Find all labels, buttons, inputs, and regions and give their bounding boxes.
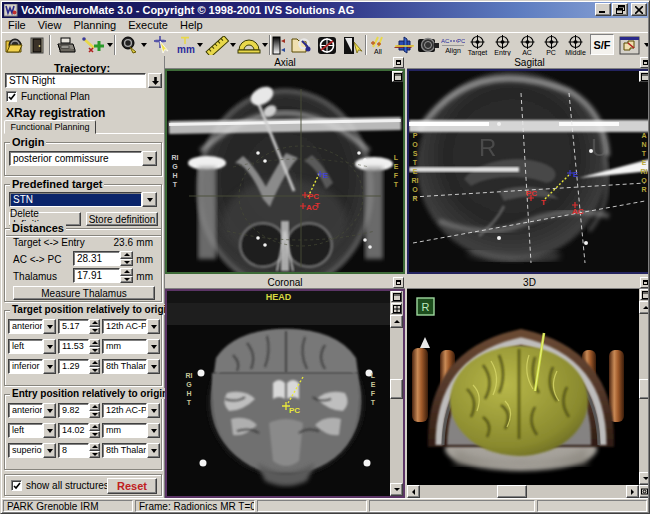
- sagittal-maximize-button[interactable]: [640, 57, 650, 68]
- target-unit-value-2[interactable]: mm: [102, 339, 147, 354]
- entry-value-spinner-1[interactable]: 9.82: [58, 403, 100, 418]
- entry-dir-value-1[interactable]: anterior: [8, 403, 43, 418]
- menu-planning[interactable]: Planning: [67, 19, 122, 31]
- axial-title-bar[interactable]: Axial: [165, 56, 405, 69]
- goto-middle-button[interactable]: Middle: [563, 34, 588, 56]
- tab-functional-planning[interactable]: Functional Planning: [4, 120, 96, 134]
- ruler-dropdown[interactable]: [230, 43, 236, 47]
- sagittal-title-bar[interactable]: Sagital: [407, 56, 650, 69]
- ruler-button[interactable]: [204, 34, 229, 56]
- target-unit-value-1[interactable]: 12th AC-PC: [102, 319, 147, 334]
- target-dir-value-2[interactable]: left: [8, 339, 43, 354]
- minimize-button[interactable]: [595, 3, 611, 16]
- overlay-window-button[interactable]: [618, 34, 642, 56]
- target-unit-combo-1[interactable]: 12th AC-PC: [102, 319, 160, 334]
- all-trajectories-button[interactable]: All: [368, 34, 388, 56]
- combo-button[interactable]: [43, 403, 56, 418]
- entry-dir-combo-3[interactable]: superior: [8, 443, 56, 458]
- menu-help[interactable]: Help: [174, 19, 209, 31]
- coronal-image-area[interactable]: HEAD: [165, 289, 405, 498]
- combo-button[interactable]: [147, 319, 160, 334]
- spin-buttons[interactable]: [89, 423, 100, 438]
- functional-plan-checkbox[interactable]: [6, 91, 17, 102]
- combo-button[interactable]: [43, 359, 56, 374]
- target-value-spinner-2[interactable]: 11.53: [58, 339, 100, 354]
- entry-unit-combo-2[interactable]: mm: [102, 423, 160, 438]
- entry-unit-value-2[interactable]: mm: [102, 423, 147, 438]
- entry-unit-combo-1[interactable]: 12th AC-PC: [102, 403, 160, 418]
- combo-button[interactable]: [147, 359, 160, 374]
- ac-pc-spin-buttons[interactable]: [120, 251, 133, 266]
- goto-pc-button[interactable]: PC: [540, 34, 562, 56]
- trajectory-combo-button[interactable]: [148, 73, 162, 88]
- axial-maximize-button[interactable]: [393, 57, 404, 68]
- exit-button[interactable]: [27, 34, 47, 56]
- coronal-restore-button[interactable]: [391, 291, 402, 302]
- 3d-restore-button[interactable]: [640, 289, 650, 300]
- entry-unit-value-3[interactable]: 8th Thalamus: [102, 443, 147, 458]
- sf-toggle-button[interactable]: S/F: [590, 34, 614, 55]
- target-value-spinner-3[interactable]: 1.29: [58, 359, 100, 374]
- 3d-title-bar[interactable]: 3D: [407, 276, 650, 289]
- entry-dir-value-2[interactable]: left: [8, 423, 43, 438]
- entry-value-1[interactable]: 9.82: [58, 403, 89, 418]
- axial-image-area[interactable]: PC AC T E RIGHT LEFT: [165, 69, 405, 274]
- 3d-hscrollbar[interactable]: [407, 485, 639, 498]
- show-structures-checkbox[interactable]: [11, 480, 22, 491]
- entry-unit-value-1[interactable]: 12th AC-PC: [102, 403, 147, 418]
- predefined-target-value[interactable]: STN: [9, 192, 142, 207]
- goto-ac-button[interactable]: AC: [516, 34, 538, 56]
- menu-file[interactable]: File: [2, 19, 32, 31]
- menu-view[interactable]: View: [32, 19, 68, 31]
- spin-buttons[interactable]: [89, 339, 100, 354]
- entry-dir-combo-1[interactable]: anterior: [8, 403, 56, 418]
- combo-button[interactable]: [147, 339, 160, 354]
- predefined-target-combo[interactable]: STN: [9, 192, 157, 207]
- axial-restore-button[interactable]: [392, 71, 403, 82]
- ac-pc-value[interactable]: 28.31: [73, 251, 120, 266]
- coronal-maximize-button[interactable]: [393, 277, 404, 288]
- coronal-scroll-down[interactable]: [390, 483, 403, 496]
- 3d-vscrollbar[interactable]: [639, 289, 650, 485]
- print-button[interactable]: [55, 34, 77, 56]
- 3d-image-area[interactable]: R: [407, 289, 650, 498]
- mpr-planes-button[interactable]: [393, 34, 415, 56]
- new-trajectory-dropdown[interactable]: [107, 43, 113, 47]
- combo-button[interactable]: [43, 339, 56, 354]
- coronal-scroll-thumb[interactable]: [390, 379, 403, 399]
- image-settings-button[interactable]: [290, 34, 314, 56]
- target-reticle-button[interactable]: [316, 34, 338, 56]
- reset-button[interactable]: Reset: [107, 478, 157, 494]
- target-dir-combo-1[interactable]: anterior: [8, 319, 56, 334]
- entry-dir-combo-2[interactable]: left: [8, 423, 56, 438]
- zoom-dropdown[interactable]: [141, 43, 147, 47]
- sagittal-image-area[interactable]: R U PC T AC E POSTERI: [407, 69, 650, 274]
- 3d-scroll-right[interactable]: [626, 485, 639, 498]
- target-value-2[interactable]: 11.53: [58, 339, 89, 354]
- target-unit-combo-3[interactable]: 8th Thalamus: [102, 359, 160, 374]
- spin-buttons[interactable]: [89, 319, 100, 334]
- target-dir-value-1[interactable]: anterior: [8, 319, 43, 334]
- measure-mm-button[interactable]: mm: [173, 34, 196, 56]
- combo-button[interactable]: [43, 443, 56, 458]
- snapshot-button[interactable]: [416, 34, 440, 56]
- target-value-3[interactable]: 1.29: [58, 359, 89, 374]
- 3d-scroll-down[interactable]: [639, 472, 650, 485]
- align-button[interactable]: AC PC Align: [441, 34, 465, 56]
- ac-pc-spinner[interactable]: 28.31: [73, 251, 133, 266]
- 3d-corner-button[interactable]: [639, 485, 650, 498]
- 3d-maximize-button[interactable]: [640, 277, 650, 288]
- combo-button[interactable]: [147, 443, 160, 458]
- open-patient-button[interactable]: [4, 34, 24, 56]
- thalamus-value[interactable]: 17.91: [73, 268, 120, 283]
- zoom-button[interactable]: [117, 34, 141, 56]
- contrast-tool-button[interactable]: [341, 34, 363, 56]
- thalamus-spin-buttons[interactable]: [120, 268, 133, 283]
- 3d-scroll-left[interactable]: [407, 485, 420, 498]
- 3d-vscroll-thumb[interactable]: [639, 379, 650, 399]
- entry-value-spinner-3[interactable]: 8: [58, 443, 100, 458]
- coronal-scroll-up[interactable]: [390, 315, 403, 328]
- pointer-button[interactable]: [150, 34, 172, 56]
- measure-thalamus-button[interactable]: Measure Thalamus: [13, 286, 155, 300]
- target-dir-combo-3[interactable]: inferior: [8, 359, 56, 374]
